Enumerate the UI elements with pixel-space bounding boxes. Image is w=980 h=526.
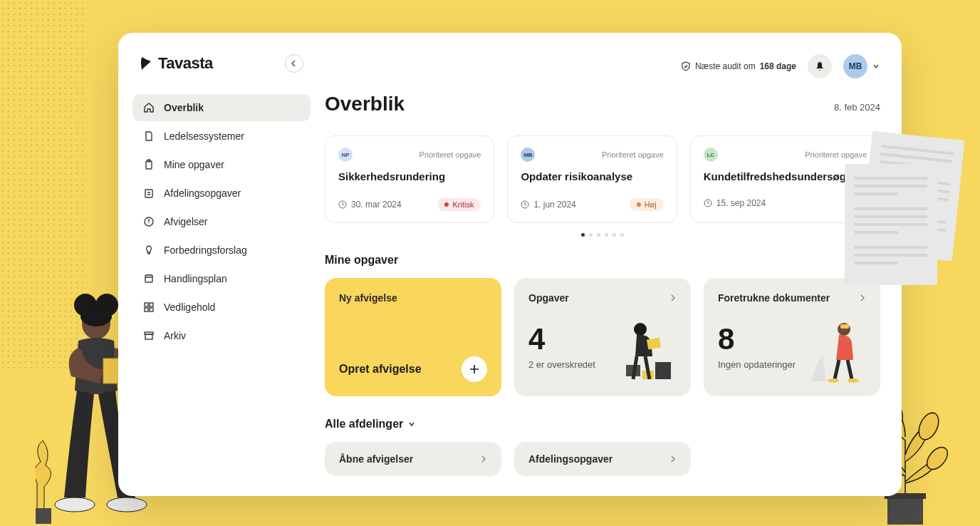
sidebar-item-label: Mine opgaver xyxy=(164,159,224,170)
chevron-right-icon xyxy=(480,455,487,463)
bell-icon xyxy=(814,61,825,72)
priority-badge: Prioriteret opgave xyxy=(602,150,664,159)
svg-rect-36 xyxy=(655,362,671,379)
tile-tasks[interactable]: Opgaver 4 2 er overskredet xyxy=(514,278,691,396)
due-date: 15. sep 2024 xyxy=(704,198,766,208)
tile-dept-tasks[interactable]: Afdelingsopgaver xyxy=(514,442,691,476)
severity-badge: Høj xyxy=(630,198,664,211)
tile-action-label: Opret afvigelse xyxy=(339,363,422,376)
tile-documents[interactable]: Foretrukne dokumenter 8 Ingen opdatering… xyxy=(704,278,880,396)
app-window: Tavasta Overblik Ledelsessystemer Mine o… xyxy=(118,33,902,496)
svg-rect-25 xyxy=(145,308,148,311)
task-title: Sikkerhedsrundering xyxy=(338,170,481,182)
collapse-sidebar-button[interactable] xyxy=(285,54,303,73)
tile-label: Foretrukne dokumenter xyxy=(718,292,830,304)
section-mine-opgaver: Mine opgaver xyxy=(325,254,880,278)
assignee-avatar: NP xyxy=(338,148,353,162)
plus-icon xyxy=(469,363,480,375)
sidebar-item-mine-opgaver[interactable]: Mine opgaver xyxy=(132,151,311,178)
tile-open-deviations[interactable]: Åbne afvigelser xyxy=(325,442,501,476)
nav: Overblik Ledelsessystemer Mine opgaver A… xyxy=(132,94,311,349)
create-deviation-button[interactable] xyxy=(462,356,487,382)
home-icon xyxy=(142,101,155,114)
sidebar-item-label: Forbedringsforslag xyxy=(164,244,247,256)
sidebar-item-label: Ledelsessystemer xyxy=(164,130,244,142)
tasks-illustration xyxy=(615,321,679,385)
clipboard-icon xyxy=(142,158,155,171)
priority-card[interactable]: MB Prioriteret opgave Opdater risikoanal… xyxy=(507,135,677,223)
svg-rect-28 xyxy=(145,334,152,339)
calendar-icon xyxy=(142,272,155,285)
chevron-left-icon xyxy=(291,60,298,67)
chevron-right-icon xyxy=(669,455,677,463)
sidebar-item-label: Overblik xyxy=(164,102,204,113)
brand-name: Tavasta xyxy=(158,54,213,73)
shield-icon xyxy=(681,61,691,71)
sidebar: Tavasta Overblik Ledelsessystemer Mine o… xyxy=(118,33,325,496)
tile-label: Ny afvigelse xyxy=(339,292,487,304)
main: Næste audit om 168 dage MB Overblik 8. f… xyxy=(325,33,902,496)
avatar: MB xyxy=(843,54,867,78)
chevron-down-icon xyxy=(872,62,880,71)
svg-point-32 xyxy=(634,323,647,336)
priority-badge: Prioriteret opgave xyxy=(419,150,481,159)
task-title: Opdater risikoanalyse xyxy=(521,170,663,182)
tile-label: Opgaver xyxy=(528,292,569,304)
sidebar-item-arkiv[interactable]: Arkiv xyxy=(132,322,311,349)
svg-point-39 xyxy=(828,378,839,383)
bottom-tiles: Åbne afvigelser Afdelingsopgaver xyxy=(325,442,880,476)
page-title: Overblik xyxy=(325,93,405,115)
section-alle-afdelinger[interactable]: Alle afdelinger xyxy=(325,418,880,442)
clock-icon xyxy=(338,200,347,209)
due-date: 1. jun 2024 xyxy=(521,200,575,210)
svg-rect-26 xyxy=(150,308,153,311)
document-icon xyxy=(142,130,155,143)
lightbulb-icon xyxy=(142,244,155,257)
sidebar-item-ledelsessystemer[interactable]: Ledelsessystemer xyxy=(132,123,311,150)
notifications-button[interactable] xyxy=(808,54,832,78)
sidebar-item-label: Afdelingsopgaver xyxy=(164,187,241,199)
svg-rect-38 xyxy=(840,324,849,329)
svg-point-40 xyxy=(848,378,859,383)
clock-icon xyxy=(704,199,712,207)
sidebar-item-forbedringsforslag[interactable]: Forbedringsforslag xyxy=(132,237,311,264)
chevron-down-icon xyxy=(407,420,416,428)
alert-icon xyxy=(142,215,155,228)
grid-icon xyxy=(142,301,155,314)
header: Næste audit om 168 dage MB xyxy=(325,54,880,93)
audit-text-prefix: Næste audit om xyxy=(695,61,756,71)
sidebar-item-afdelingsopgaver[interactable]: Afdelingsopgaver xyxy=(132,180,311,207)
svg-rect-22 xyxy=(145,275,152,282)
svg-rect-24 xyxy=(150,303,153,306)
sidebar-item-overblik[interactable]: Overblik xyxy=(132,94,311,121)
priority-cards: NP Prioriteret opgave Sikkerhedsrunderin… xyxy=(325,135,880,233)
sidebar-item-vedligehold[interactable]: Vedligehold xyxy=(132,294,311,321)
carousel-dots[interactable] xyxy=(325,233,880,254)
tiles-row: Ny afvigelse Opret afvigelse Opgaver 4 2… xyxy=(325,278,880,418)
audit-badge: Næste audit om 168 dage xyxy=(681,61,796,71)
sidebar-item-handlingsplan[interactable]: Handlingsplan xyxy=(132,265,311,292)
priority-card[interactable]: NP Prioriteret opgave Sikkerhedsrunderin… xyxy=(325,135,494,223)
assignee-avatar: MB xyxy=(521,148,535,162)
severity-badge: Kritisk xyxy=(437,198,481,211)
sidebar-item-afvigelser[interactable]: Afvigelser xyxy=(132,208,311,235)
due-date: 30. mar 2024 xyxy=(338,200,402,210)
logo: Tavasta xyxy=(140,54,213,73)
documents-illustration xyxy=(805,321,869,385)
sidebar-item-label: Vedligehold xyxy=(164,301,215,313)
clock-icon xyxy=(521,200,529,209)
page-date: 8. feb 2024 xyxy=(834,102,880,113)
svg-rect-20 xyxy=(145,190,152,197)
chevron-right-icon xyxy=(669,294,677,302)
archive-icon xyxy=(142,329,155,342)
sidebar-item-label: Handlingsplan xyxy=(164,273,227,284)
svg-rect-23 xyxy=(145,303,148,306)
priority-card[interactable]: LC Prioriteret opgave Kundetilfredshedsu… xyxy=(690,135,880,223)
sidebar-item-label: Afvigelser xyxy=(164,216,207,227)
team-clipboard-icon xyxy=(142,187,155,200)
user-menu[interactable]: MB xyxy=(843,54,880,78)
audit-days: 168 dage xyxy=(760,61,796,71)
priority-badge: Prioriteret opgave xyxy=(805,150,867,159)
tile-new-deviation[interactable]: Ny afvigelse Opret afvigelse xyxy=(325,278,501,396)
chevron-right-icon xyxy=(859,294,866,302)
